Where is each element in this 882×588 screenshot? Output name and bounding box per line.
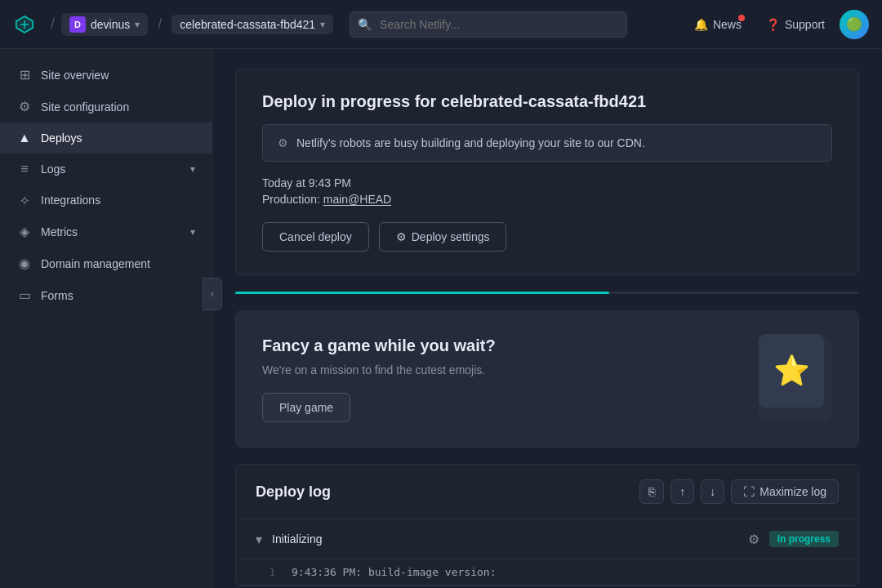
deploy-production: Production: main@HEAD (262, 193, 832, 206)
sidebar-label-site-configuration: Site configuration (41, 100, 195, 114)
breadcrumb-sep-1: / (51, 16, 55, 33)
copy-icon: ⎘ (648, 485, 655, 498)
star-icon: ⭐ (773, 354, 810, 388)
section-gear-icon: ⚙ (748, 532, 760, 547)
metrics-chevron-icon: ▾ (190, 226, 195, 238)
domain-icon: ◉ (16, 256, 33, 271)
log-controls: ⎘ ↑ ↓ ⛶ Maximize log (639, 479, 839, 504)
log-header: Deploy log ⎘ ↑ ↓ ⛶ Maximize log (236, 465, 858, 519)
settings-icon: ⚙ (396, 230, 407, 243)
main-layout: ⊞ Site overview ⚙ Site configuration ▲ D… (0, 49, 882, 588)
grid-icon: ⊞ (16, 67, 33, 82)
log-line: 1 9:43:36 PM: build-image version: (236, 559, 858, 586)
search-container: 🔍 (350, 11, 627, 38)
search-input[interactable] (350, 11, 627, 38)
deploy-notice: ⚙ Netlify's robots are busy building and… (262, 124, 832, 162)
integrations-icon: ⟡ (16, 193, 33, 207)
game-subtitle: We're on a mission to find the cutest em… (262, 363, 718, 376)
sidebar-label-site-overview: Site overview (41, 69, 195, 82)
gear-spinning-icon: ⚙ (278, 136, 288, 149)
forms-icon: ▭ (16, 287, 33, 303)
cancel-deploy-button[interactable]: Cancel deploy (262, 222, 369, 252)
production-branch-link[interactable]: main@HEAD (323, 193, 391, 206)
news-notification-dot (738, 15, 745, 21)
production-label: Production: (262, 193, 320, 206)
deploy-notice-text: Netlify's robots are busy building and d… (296, 136, 645, 149)
log-scroll-up-button[interactable]: ↑ (670, 479, 694, 504)
maximize-label: Maximize log (760, 485, 826, 498)
game-title: Fancy a game while you wait? (262, 336, 718, 355)
sidebar-item-integrations[interactable]: ⟡ Integrations (0, 185, 212, 216)
deploy-title: Deploy in progress for celebrated-cassat… (262, 92, 832, 111)
play-game-button[interactable]: Play game (262, 393, 350, 422)
deploy-icon: ▲ (16, 131, 33, 145)
sidebar-item-site-configuration[interactable]: ⚙ Site configuration (0, 91, 212, 122)
maximize-log-button[interactable]: ⛶ Maximize log (731, 479, 839, 504)
main-content: Deploy in progress for celebrated-cassat… (212, 49, 882, 588)
org-name: devinus (91, 18, 130, 31)
topnav-right: 🔔 News ❓ Support 🟢 (684, 10, 869, 39)
log-section-header: ▾ Initializing ⚙ In progress (236, 519, 858, 559)
sidebar-label-logs: Logs (41, 163, 182, 176)
sidebar-item-logs[interactable]: ≡ Logs ▾ (0, 154, 212, 185)
bell-icon: 🔔 (694, 18, 708, 31)
logs-chevron-icon: ▾ (190, 163, 195, 175)
netlify-logo[interactable] (13, 13, 36, 36)
deploy-progress-fill (235, 292, 609, 294)
gear-icon: ⚙ (16, 99, 33, 114)
org-selector[interactable]: D devinus ▾ (61, 13, 148, 36)
sidebar-label-metrics: Metrics (41, 225, 182, 238)
game-card: Fancy a game while you wait? We're on a … (235, 310, 859, 448)
deploy-settings-button[interactable]: ⚙ Deploy settings (379, 222, 507, 252)
news-label: News (713, 18, 742, 31)
section-chevron-icon[interactable]: ▾ (256, 532, 262, 547)
site-chevron-icon: ▾ (320, 19, 325, 30)
search-icon: 🔍 (358, 18, 372, 31)
deploy-meta: Today at 9:43 PM Production: main@HEAD (262, 176, 832, 206)
deploy-card: Deploy in progress for celebrated-cassat… (235, 69, 859, 275)
scroll-up-icon: ↑ (679, 485, 685, 498)
question-icon: ❓ (766, 18, 780, 31)
site-name: celebrated-cassata-fbd421 (180, 18, 315, 31)
log-title: Deploy log (256, 483, 331, 501)
status-badge: In progress (769, 531, 839, 547)
breadcrumb-sep-2: / (158, 16, 162, 33)
news-button-container: 🔔 News (684, 13, 751, 36)
top-navigation: / D devinus ▾ / celebrated-cassata-fbd42… (0, 0, 882, 49)
sidebar-label-deploys: Deploys (41, 131, 195, 145)
log-line-text: 9:43:36 PM: build-image version: (292, 566, 496, 578)
support-button[interactable]: ❓ Support (756, 13, 835, 36)
support-label: Support (785, 18, 825, 31)
deploy-progress-track (235, 292, 859, 294)
log-scroll-down-button[interactable]: ↓ (701, 479, 724, 504)
log-line-number: 1 (256, 566, 275, 578)
sidebar: ⊞ Site overview ⚙ Site configuration ▲ D… (0, 49, 212, 588)
metrics-icon: ◈ (16, 224, 33, 239)
logs-icon: ≡ (16, 162, 33, 176)
sidebar-item-domain-management[interactable]: ◉ Domain management (0, 247, 212, 279)
sidebar-label-domain-management: Domain management (41, 257, 195, 270)
log-copy-button[interactable]: ⎘ (639, 479, 664, 504)
deploy-time: Today at 9:43 PM (262, 176, 832, 189)
sidebar-label-forms: Forms (41, 289, 195, 302)
sidebar-label-integrations: Integrations (41, 194, 195, 207)
sidebar-collapse-button[interactable]: ‹ (203, 278, 222, 310)
org-chevron-icon: ▾ (135, 19, 140, 30)
sidebar-item-forms[interactable]: ▭ Forms (0, 279, 212, 311)
deploy-settings-label: Deploy settings (412, 230, 490, 243)
sidebar-item-site-overview[interactable]: ⊞ Site overview (0, 59, 212, 91)
org-avatar: D (69, 16, 86, 33)
game-illustration: ⭐ (734, 334, 832, 424)
breadcrumb: D devinus ▾ / celebrated-cassata-fbd421 … (61, 13, 333, 36)
deploy-actions: Cancel deploy ⚙ Deploy settings (262, 222, 832, 252)
site-selector[interactable]: celebrated-cassata-fbd421 ▾ (172, 15, 333, 34)
sidebar-item-metrics[interactable]: ◈ Metrics ▾ (0, 216, 212, 247)
sidebar-item-deploys[interactable]: ▲ Deploys (0, 122, 212, 154)
deploy-log-card: Deploy log ⎘ ↑ ↓ ⛶ Maximize log (235, 464, 859, 586)
user-avatar[interactable]: 🟢 (840, 10, 869, 39)
scroll-down-icon: ↓ (710, 485, 715, 498)
game-card-content: Fancy a game while you wait? We're on a … (262, 336, 718, 422)
maximize-icon: ⛶ (743, 485, 755, 498)
card-front: ⭐ (759, 334, 824, 408)
log-section-label: Initializing (272, 532, 738, 546)
